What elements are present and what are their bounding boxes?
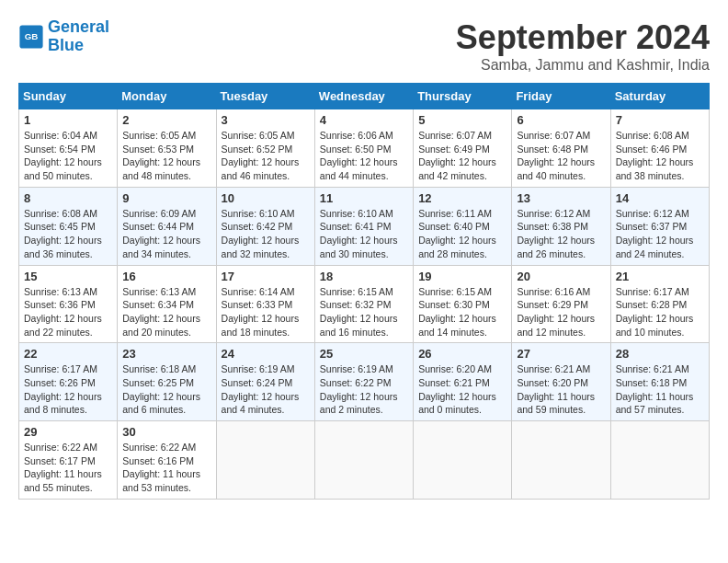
calendar-cell: 3 Sunrise: 6:05 AM Sunset: 6:52 PM Dayli… (216, 109, 314, 188)
logo-text: General Blue (48, 18, 109, 55)
month-title: September 2024 (456, 18, 710, 57)
calendar-cell (512, 421, 610, 500)
calendar-week-3: 15 Sunrise: 6:13 AM Sunset: 6:36 PM Dayl… (19, 265, 710, 343)
day-number: 16 (122, 270, 210, 283)
calendar-cell: 10 Sunrise: 6:10 AM Sunset: 6:42 PM Dayl… (216, 187, 314, 265)
day-number: 6 (517, 113, 605, 127)
day-number: 7 (616, 113, 704, 127)
day-number: 12 (418, 191, 506, 205)
day-number: 19 (418, 270, 506, 283)
day-number: 4 (320, 113, 408, 127)
day-number: 22 (24, 347, 112, 361)
calendar-cell: 29 Sunrise: 6:22 AM Sunset: 6:17 PM Dayl… (19, 421, 118, 500)
day-info: Sunrise: 6:18 AM Sunset: 6:25 PM Dayligh… (122, 362, 210, 417)
logo-line2: Blue (48, 37, 109, 55)
day-info: Sunrise: 6:17 AM Sunset: 6:26 PM Dayligh… (24, 362, 112, 417)
day-info: Sunrise: 6:15 AM Sunset: 6:30 PM Dayligh… (418, 285, 506, 339)
day-number: 28 (616, 347, 704, 361)
calendar-week-5: 29 Sunrise: 6:22 AM Sunset: 6:17 PM Dayl… (19, 421, 710, 500)
calendar-cell: 20 Sunrise: 6:16 AM Sunset: 6:29 PM Dayl… (512, 265, 610, 343)
day-number: 21 (616, 270, 704, 283)
column-header-friday: Friday (512, 84, 610, 109)
day-info: Sunrise: 6:10 AM Sunset: 6:41 PM Dayligh… (320, 207, 408, 261)
day-number: 27 (517, 347, 605, 361)
calendar-cell: 14 Sunrise: 6:12 AM Sunset: 6:37 PM Dayl… (610, 187, 709, 265)
day-number: 2 (122, 113, 210, 127)
day-number: 18 (320, 270, 408, 283)
day-info: Sunrise: 6:10 AM Sunset: 6:42 PM Dayligh… (222, 207, 310, 261)
calendar-cell: 15 Sunrise: 6:13 AM Sunset: 6:36 PM Dayl… (19, 265, 118, 343)
day-number: 17 (222, 270, 310, 283)
column-header-saturday: Saturday (610, 84, 709, 109)
day-info: Sunrise: 6:05 AM Sunset: 6:53 PM Dayligh… (122, 129, 210, 183)
day-number: 5 (418, 113, 506, 127)
calendar-cell: 26 Sunrise: 6:20 AM Sunset: 6:21 PM Dayl… (414, 343, 512, 421)
logo-line1: General (48, 17, 109, 36)
logo: GB General Blue (18, 18, 109, 55)
calendar-cell: 22 Sunrise: 6:17 AM Sunset: 6:26 PM Dayl… (19, 343, 118, 421)
calendar-header-row: SundayMondayTuesdayWednesdayThursdayFrid… (19, 84, 710, 109)
day-number: 26 (418, 347, 506, 361)
calendar-cell: 6 Sunrise: 6:07 AM Sunset: 6:48 PM Dayli… (512, 109, 610, 188)
day-info: Sunrise: 6:04 AM Sunset: 6:54 PM Dayligh… (24, 129, 112, 183)
calendar-cell: 19 Sunrise: 6:15 AM Sunset: 6:30 PM Dayl… (414, 265, 512, 343)
day-info: Sunrise: 6:07 AM Sunset: 6:48 PM Dayligh… (517, 129, 605, 183)
calendar-cell: 28 Sunrise: 6:21 AM Sunset: 6:18 PM Dayl… (610, 343, 709, 421)
day-info: Sunrise: 6:12 AM Sunset: 6:38 PM Dayligh… (517, 207, 605, 261)
day-number: 13 (517, 191, 605, 205)
day-number: 15 (24, 270, 112, 283)
day-info: Sunrise: 6:21 AM Sunset: 6:20 PM Dayligh… (517, 362, 605, 417)
day-number: 11 (320, 191, 408, 205)
column-header-wednesday: Wednesday (314, 84, 413, 109)
day-info: Sunrise: 6:09 AM Sunset: 6:44 PM Dayligh… (122, 207, 210, 261)
column-header-monday: Monday (118, 84, 216, 109)
day-number: 30 (122, 425, 210, 439)
column-header-sunday: Sunday (19, 84, 118, 109)
day-info: Sunrise: 6:13 AM Sunset: 6:36 PM Dayligh… (24, 285, 112, 339)
logo-icon: GB (18, 24, 44, 50)
calendar-cell: 7 Sunrise: 6:08 AM Sunset: 6:46 PM Dayli… (610, 109, 709, 188)
calendar-cell: 13 Sunrise: 6:12 AM Sunset: 6:38 PM Dayl… (512, 187, 610, 265)
day-info: Sunrise: 6:19 AM Sunset: 6:22 PM Dayligh… (320, 362, 408, 417)
page-header: GB General Blue September 2024 Samba, Ja… (18, 18, 710, 74)
calendar-cell: 16 Sunrise: 6:13 AM Sunset: 6:34 PM Dayl… (118, 265, 216, 343)
day-info: Sunrise: 6:05 AM Sunset: 6:52 PM Dayligh… (222, 129, 310, 183)
day-info: Sunrise: 6:08 AM Sunset: 6:45 PM Dayligh… (24, 207, 112, 261)
day-info: Sunrise: 6:11 AM Sunset: 6:40 PM Dayligh… (418, 207, 506, 261)
day-info: Sunrise: 6:19 AM Sunset: 6:24 PM Dayligh… (222, 362, 310, 417)
day-info: Sunrise: 6:21 AM Sunset: 6:18 PM Dayligh… (616, 362, 704, 417)
calendar-cell: 17 Sunrise: 6:14 AM Sunset: 6:33 PM Dayl… (216, 265, 314, 343)
calendar-cell: 30 Sunrise: 6:22 AM Sunset: 6:16 PM Dayl… (118, 421, 216, 500)
calendar-week-2: 8 Sunrise: 6:08 AM Sunset: 6:45 PM Dayli… (19, 187, 710, 265)
calendar-cell (314, 421, 413, 500)
calendar-cell (216, 421, 314, 500)
day-info: Sunrise: 6:15 AM Sunset: 6:32 PM Dayligh… (320, 285, 408, 339)
day-number: 29 (24, 425, 112, 439)
calendar-cell: 12 Sunrise: 6:11 AM Sunset: 6:40 PM Dayl… (414, 187, 512, 265)
calendar-cell: 27 Sunrise: 6:21 AM Sunset: 6:20 PM Dayl… (512, 343, 610, 421)
calendar-cell (414, 421, 512, 500)
day-info: Sunrise: 6:13 AM Sunset: 6:34 PM Dayligh… (122, 285, 210, 339)
day-info: Sunrise: 6:14 AM Sunset: 6:33 PM Dayligh… (222, 285, 310, 339)
calendar-cell: 25 Sunrise: 6:19 AM Sunset: 6:22 PM Dayl… (314, 343, 413, 421)
day-info: Sunrise: 6:06 AM Sunset: 6:50 PM Dayligh… (320, 129, 408, 183)
title-section: September 2024 Samba, Jammu and Kashmir,… (456, 18, 710, 74)
day-number: 23 (122, 347, 210, 361)
day-number: 10 (222, 191, 310, 205)
calendar-table: SundayMondayTuesdayWednesdayThursdayFrid… (18, 83, 710, 500)
calendar-cell: 1 Sunrise: 6:04 AM Sunset: 6:54 PM Dayli… (19, 109, 118, 188)
calendar-cell: 24 Sunrise: 6:19 AM Sunset: 6:24 PM Dayl… (216, 343, 314, 421)
calendar-cell (610, 421, 709, 500)
calendar-cell: 23 Sunrise: 6:18 AM Sunset: 6:25 PM Dayl… (118, 343, 216, 421)
calendar-cell: 21 Sunrise: 6:17 AM Sunset: 6:28 PM Dayl… (610, 265, 709, 343)
day-info: Sunrise: 6:07 AM Sunset: 6:49 PM Dayligh… (418, 129, 506, 183)
calendar-week-1: 1 Sunrise: 6:04 AM Sunset: 6:54 PM Dayli… (19, 109, 710, 188)
svg-text:GB: GB (25, 31, 39, 41)
location: Samba, Jammu and Kashmir, India (456, 57, 710, 74)
calendar-cell: 9 Sunrise: 6:09 AM Sunset: 6:44 PM Dayli… (118, 187, 216, 265)
day-number: 9 (122, 191, 210, 205)
day-info: Sunrise: 6:20 AM Sunset: 6:21 PM Dayligh… (418, 362, 506, 417)
calendar-cell: 8 Sunrise: 6:08 AM Sunset: 6:45 PM Dayli… (19, 187, 118, 265)
day-number: 8 (24, 191, 112, 205)
calendar-week-4: 22 Sunrise: 6:17 AM Sunset: 6:26 PM Dayl… (19, 343, 710, 421)
